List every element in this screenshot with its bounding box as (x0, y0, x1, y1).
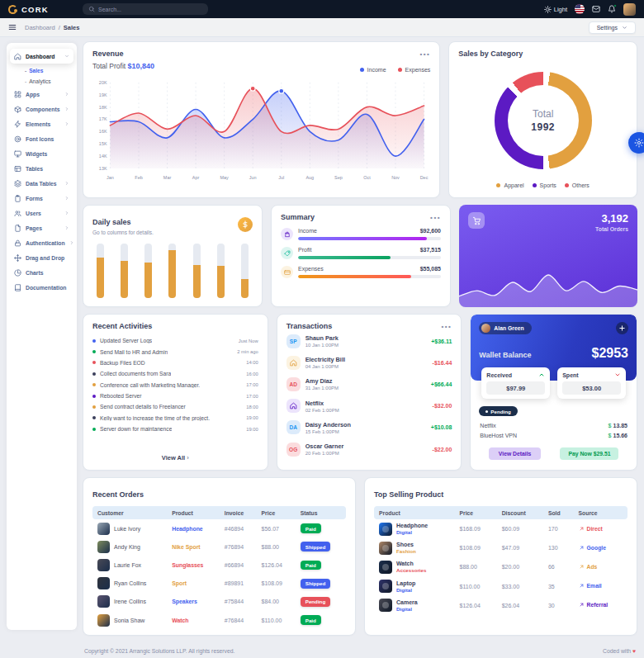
revenue-menu-icon[interactable]: ••• (419, 50, 430, 58)
chevron-up-icon[interactable] (538, 372, 545, 378)
brand[interactable]: CORK (8, 5, 74, 14)
legend-apparel[interactable]: Apparel (496, 182, 523, 188)
product-link[interactable]: Watch (172, 618, 188, 623)
product-link[interactable]: Sport (172, 580, 187, 586)
pay-now-button[interactable]: Pay Now $29.51 (560, 447, 618, 460)
messages-button[interactable] (592, 5, 600, 13)
chevron-down-red-icon[interactable] (614, 372, 621, 378)
table-icon (14, 165, 21, 173)
search-input[interactable] (98, 7, 202, 12)
layers-icon (14, 180, 21, 187)
product-link[interactable]: Sunglasses (172, 562, 203, 568)
daily-sales-bar (97, 244, 104, 298)
sidebar-subitem-analytics[interactable]: - Analytics (10, 76, 73, 87)
status-badge: Shipped (301, 579, 330, 589)
daily-sales-bar (121, 244, 128, 298)
sidebar-item-authentication[interactable]: Authentication (10, 235, 73, 250)
sidebar-item-data-tables[interactable]: Data Tables (10, 176, 73, 191)
transaction-row[interactable]: Electricity Bill04 Jan 1:00PM -$16.44 (286, 352, 452, 373)
source-link[interactable]: Direct (579, 526, 603, 532)
transaction-row[interactable]: SP Shaun Park10 Jan 1:00PM +$36.11 (286, 330, 452, 352)
main-content: Revenue ••• Total Profit $10,840 IncomeE… (83, 41, 637, 654)
svg-text:15K: 15K (99, 141, 107, 146)
transaction-row[interactable]: Netflix02 Feb 1:00PM -$32.00 (286, 395, 452, 417)
language-flag-icon[interactable] (575, 4, 585, 14)
source-link[interactable]: Ads (579, 564, 598, 570)
sidebar-item-users[interactable]: Users (10, 206, 73, 220)
revenue-card: Revenue ••• Total Profit $10,840 IncomeE… (83, 41, 440, 198)
product-link[interactable]: Speakers (172, 599, 197, 604)
theme-toggle[interactable]: Light (544, 6, 567, 13)
product-link[interactable]: Nike Sport (172, 544, 200, 550)
sidebar-toggle-button[interactable] (8, 23, 17, 31)
transaction-row[interactable]: DA Daisy Anderson15 Feb 1:00PM +$10.08 (286, 417, 452, 438)
sidebar-item-dashboard[interactable]: Dashboard (10, 49, 73, 64)
summary-menu-icon[interactable]: ••• (430, 214, 441, 221)
home-icon (290, 402, 297, 409)
transaction-amount: -$22.00 (433, 447, 452, 452)
arrow-up-right-icon (579, 602, 585, 608)
view-details-button[interactable]: View Details (489, 447, 542, 460)
sidebar-item-drag-and-drop[interactable]: Drag and Drop (10, 250, 73, 265)
source-link[interactable]: Google (579, 545, 606, 551)
activity-item[interactable]: Kelly want to increase the time of the p… (92, 413, 258, 424)
breadcrumb-root[interactable]: Dashboard (25, 24, 55, 31)
activity-item[interactable]: Send contract details to Freelancer 18:0… (92, 401, 258, 412)
activity-item[interactable]: Updated Server Logs Just Now (92, 335, 258, 346)
transactions-menu-icon[interactable]: ••• (441, 323, 452, 330)
activity-time: Just Now (239, 338, 258, 343)
summary-row-income: Income$92,600 (281, 228, 441, 240)
wallet-user-name: Alan Green (494, 325, 523, 331)
category-legend: ApparelSportsOthers (458, 182, 627, 190)
sidebar-subitem-sales[interactable]: - Sales (10, 65, 73, 76)
activity-item[interactable]: Collect documents from Sara 16:00 (92, 368, 258, 379)
total-orders-area-chart (459, 256, 637, 307)
sidebar-item-font-icons[interactable]: Font Icons (10, 131, 73, 146)
total-orders-value: 3,192 (595, 212, 628, 225)
transaction-row[interactable]: AD Amy Diaz31 Jan 1:00PM +$66.44 (286, 373, 452, 395)
view-all-button[interactable]: View All › (92, 451, 258, 462)
sidebar-item-documentation[interactable]: Documentation (10, 280, 73, 295)
user-avatar[interactable] (623, 3, 636, 16)
activity-item[interactable]: Rebooted Server 17:00 (92, 391, 258, 401)
sidebar-item-charts[interactable]: Charts (10, 265, 73, 280)
source-link[interactable]: Referral (579, 602, 608, 608)
sidebar-item-components[interactable]: Components (10, 102, 73, 116)
recent-orders-card: Recent Orders CustomerProductInvoicePric… (83, 477, 356, 636)
activity-item[interactable]: Server down for maintanence 19:00 (92, 424, 258, 434)
pie-chart-icon (14, 269, 21, 277)
wallet-add-button[interactable] (616, 322, 628, 334)
activity-item[interactable]: Backup Files EOD 14:00 (92, 357, 258, 368)
copyright-text: Copyright © 2021 Arrangic Solutions LLP.… (84, 648, 234, 654)
settings-dropdown-button[interactable]: Settings (589, 21, 636, 34)
sidebar-item-forms[interactable]: Forms (10, 191, 73, 206)
order-row: Irene Collins Speakers #75844 $84.00 Pen… (92, 593, 346, 611)
sidebar-item-apps[interactable]: Apps (10, 87, 73, 102)
legend-others[interactable]: Others (565, 182, 590, 188)
product-link[interactable]: Headphone (172, 526, 203, 532)
legend-sports[interactable]: Sports (533, 182, 556, 188)
theme-settings-fab[interactable] (628, 132, 644, 154)
sidebar-item-tables[interactable]: Tables (10, 161, 73, 176)
sidebar-item-elements[interactable]: Elements (10, 116, 73, 131)
legend-income[interactable]: Income (360, 67, 386, 73)
chevron-right-icon (64, 211, 69, 215)
activity-item[interactable]: Conference call with Marketing Manager. … (92, 380, 258, 391)
legend-expenses[interactable]: Expenses (398, 67, 431, 73)
category-donut-chart: Total 1992 (495, 72, 592, 169)
status-badge: Paid (301, 615, 321, 625)
sidebar-item-widgets[interactable]: Widgets (10, 146, 73, 161)
sidebar-item-pages[interactable]: Pages (10, 220, 73, 235)
transaction-row[interactable]: OG Oscar Garner20 Feb 1:00PM -$22.00 (286, 438, 452, 460)
search-box[interactable] (83, 3, 208, 15)
daily-sales-bar (217, 244, 225, 298)
col-status: Status (296, 506, 346, 519)
activity-item[interactable]: Send Mail to HR and Admin 2 min ago (92, 346, 258, 357)
sidebar: Dashboard - Sales- Analytics Apps Compon… (7, 43, 77, 630)
source-link[interactable]: Email (579, 583, 602, 589)
notifications-button[interactable] (608, 5, 616, 13)
transactions-list: SP Shaun Park10 Jan 1:00PM +$36.11 Elect… (286, 330, 452, 460)
wallet-user-pill[interactable]: Alan Green (479, 322, 531, 334)
file-icon (14, 225, 21, 232)
order-row: Ryan Collins Sport #89891 $108.09 Shippe… (92, 575, 346, 593)
